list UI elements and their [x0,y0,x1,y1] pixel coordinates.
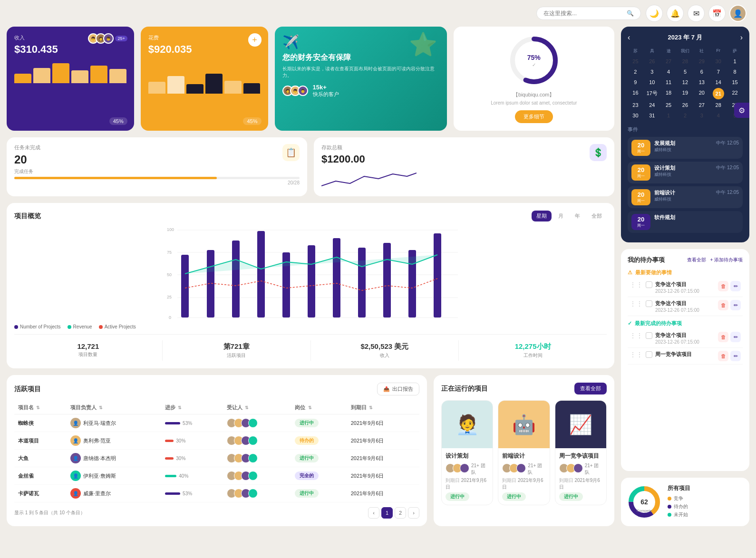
cal-day[interactable]: 26 [644,57,660,66]
todo-content-1: 竞争这个项目 2023-12-26 07:15:00 [655,281,715,294]
cal-day[interactable]: 25 [628,57,643,66]
search-input[interactable] [543,10,623,17]
todo-delete-button-2[interactable]: 🗑 [718,300,728,310]
cal-day[interactable]: 4 [661,67,677,77]
view-all-running-button[interactable]: 查看全部 [574,383,607,394]
todo-checkbox-4[interactable] [646,351,652,358]
stat-value-active: 第721章 [163,342,310,351]
cal-day[interactable]: 24 [644,100,660,110]
search-box[interactable]: 🔍 [536,7,641,20]
cal-day[interactable]: 14 [710,77,726,87]
add-expense-button[interactable]: + [248,33,262,47]
col-assignee[interactable]: 受让人 ⇅ [223,401,291,414]
cal-day[interactable]: 27 [661,57,677,66]
cal-day[interactable]: 7 [710,67,726,77]
period-tab-all[interactable]: 全部 [587,211,607,221]
table-row: 大鱼 👤 唐纳德·本杰明 30% 进行中 2021年9月6日 [14,450,419,467]
cal-day[interactable]: 28 [710,100,726,110]
cal-day[interactable]: 10 [644,77,660,87]
next-page-button[interactable]: › [408,507,419,519]
todo-edit-button-2[interactable]: ✏ [730,300,741,310]
cal-day[interactable]: 4 [710,111,726,120]
cell-name: 蜘蛛侠 [14,414,67,432]
todo-edit-button-4[interactable]: ✏ [730,351,741,361]
cal-day[interactable]: 3 [644,67,660,77]
cal-day[interactable]: 25 [661,100,677,110]
page-1-button[interactable]: 1 [381,507,393,519]
cal-day[interactable]: 12 [678,77,693,87]
cal-day[interactable]: 29 [694,57,709,66]
period-tab-year[interactable]: 年 [570,211,585,221]
notifications-button[interactable]: 🔔 [667,5,684,22]
cell-status: 完全的 [291,467,347,485]
cal-day[interactable]: 11 [661,77,677,87]
col-due[interactable]: 到期日 ⇅ [347,401,419,414]
col-manager[interactable]: 项目负责人 ⇅ [67,401,161,414]
cal-day[interactable]: 22 [727,88,743,99]
cal-day[interactable]: 16 [628,88,643,99]
todo-checkbox-2[interactable] [646,300,652,307]
todo-delete-button-3[interactable]: 🗑 [718,332,728,342]
drag-handle[interactable]: ⋮⋮ [630,281,643,289]
cal-day[interactable]: 9 [628,77,643,87]
cal-day[interactable]: 8 [727,67,743,77]
calendar-button[interactable]: 📅 [708,5,726,22]
todo-view-all[interactable]: 查看全部 [687,257,706,263]
col-progress[interactable]: 进步 ⇅ [161,401,223,414]
todo-delete-button[interactable]: 🗑 [718,281,728,291]
page-2-button[interactable]: 2 [395,507,406,519]
todo-checkbox-1[interactable] [646,281,652,288]
cal-day[interactable]: 30 [710,57,726,66]
cal-day[interactable]: 23 [628,100,643,110]
settings-gear-button[interactable]: ⚙ [734,103,749,118]
drag-handle-4[interactable]: ⋮⋮ [630,351,643,358]
cal-day[interactable]: 18 [661,88,677,99]
col-name[interactable]: 项目名 ⇅ [14,401,67,414]
todo-delete-button-4[interactable]: 🗑 [718,351,728,361]
cal-day[interactable]: 1 [661,111,677,120]
cal-day[interactable]: 27 [694,100,709,110]
cal-day[interactable]: 6 [694,67,709,77]
col-status[interactable]: 岗位 ⇅ [291,401,347,414]
export-report-button[interactable]: 📤 出口报告 [377,383,419,395]
todo-edit-button[interactable]: ✏ [730,281,741,291]
mail-button[interactable]: ✉ [688,5,705,22]
todo-edit-button-3[interactable]: ✏ [730,332,741,342]
star-decoration: ⭐ [409,31,437,58]
cal-day[interactable]: 28 [678,57,693,66]
cal-day[interactable]: 20 [694,88,709,99]
cal-day[interactable]: 2 [628,67,643,77]
cal-day[interactable]: 3 [694,111,709,120]
task-count: 20 [14,153,300,166]
cal-day[interactable]: 2 [678,111,693,120]
todo-add[interactable]: + 添加待办事项 [710,257,743,263]
cal-day[interactable]: 30 [628,111,643,120]
period-tab-week[interactable]: 星期 [532,211,552,221]
cal-day[interactable]: 26 [678,100,693,110]
prev-page-button[interactable]: ‹ [368,507,379,519]
calendar-next-button[interactable]: › [740,33,743,42]
cal-day-today[interactable]: 21 [713,88,724,99]
more-details-button[interactable]: 更多细节 [515,110,553,123]
task-progress-fill [14,177,217,179]
cal-day[interactable]: 17号 [644,88,660,99]
revenue-avatars: 👦 👩 👦 25+ [88,33,127,44]
period-tab-month[interactable]: 月 [553,211,568,221]
calendar-prev-button[interactable]: ‹ [628,33,630,42]
event-item-2: 20 周一 设计策划 威特科技 中午 12:05 [628,162,743,183]
stat-value-hours: 12,275小时 [459,342,607,351]
drag-handle-3[interactable]: ⋮⋮ [630,332,643,339]
cal-day[interactable]: 15 [727,77,743,87]
todo-checkbox-3[interactable] [646,332,652,339]
cal-day[interactable]: 13 [694,77,709,87]
cell-status: 进行中 [291,414,347,432]
donut-center-label: Compete [628,509,661,513]
dark-mode-button[interactable]: 🌙 [646,5,663,22]
user-avatar[interactable]: 👤 [729,5,746,22]
cal-day[interactable]: 5 [678,67,693,77]
cal-day[interactable]: 1 [727,57,743,66]
event-info-4: 软件规划 [654,214,739,221]
drag-handle-2[interactable]: ⋮⋮ [630,300,643,308]
cal-day[interactable]: 31 [644,111,660,120]
cal-day[interactable]: 19 [678,88,693,99]
